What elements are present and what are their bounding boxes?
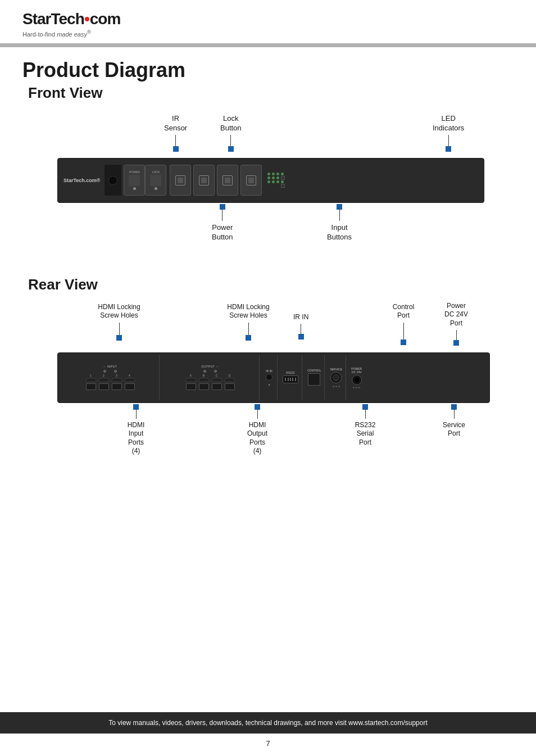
hdmi-output-body-3: [212, 383, 222, 390]
hdmi-output-screw-line: [248, 323, 249, 335]
callout-power-button-bottom: PowerButton: [212, 204, 233, 242]
rs232-pin-3: [290, 378, 291, 381]
page-number: 7: [0, 739, 536, 748]
hdmi-output-body-4: [225, 383, 235, 390]
hdmi-input-screw-2: [114, 370, 117, 373]
ir-in-port-group: ●: [266, 373, 272, 386]
lock-btn-led: [155, 187, 157, 190]
control-port-section: CONTROL: [304, 355, 325, 400]
input-btn-3-inner: [225, 178, 230, 183]
lock-button-indicator: [228, 146, 234, 152]
power-dc-line: [456, 330, 457, 340]
hdmi-output-body-1: [186, 383, 196, 390]
rs232-port: [283, 375, 298, 383]
callout-control-port: ControlPort: [381, 303, 426, 345]
control-port-body: [308, 373, 320, 386]
callout-lock-button: LockButton: [220, 114, 242, 152]
callout-power-dc: PowerDC 24VPort: [434, 302, 479, 346]
power-btn-label: POWER: [129, 170, 140, 174]
rear-view-area: HDMI LockingScrew Holes HDMI LockingScre…: [24, 302, 512, 459]
led-dot-3-3: [276, 180, 279, 183]
input-btn-2-icon: [199, 175, 209, 185]
rear-view-title: Rear View: [22, 276, 514, 293]
front-view-section: Front View IRSensor LockButton LEDIndica…: [22, 84, 514, 259]
hdmi-input-body-1: [86, 383, 96, 390]
front-view-area: IRSensor LockButton LEDIndicators StarTe…: [24, 113, 512, 259]
main-content: Product Diagram Front View IRSensor Lock…: [0, 47, 536, 487]
hdmi-output-lug-1: [185, 378, 197, 382]
rear-view-section: Rear View HDMI LockingScrew Holes HDMI L…: [22, 276, 514, 459]
led-dot-2-1: [272, 173, 275, 175]
hdmi-input-port-1: 1: [85, 374, 97, 390]
led-sq-4-1: [281, 176, 285, 180]
hdmi-output-locking-screws: [203, 370, 217, 373]
ir-in-line: [301, 324, 301, 334]
hdmi-output-lug-4: [224, 378, 235, 382]
power-dc-label-top: PowerDC 24VPort: [444, 302, 468, 328]
hdmi-output-port-2: B: [198, 374, 210, 390]
power-dc-pins: [353, 387, 360, 388]
tagline: Hard-to-find made easy®: [22, 29, 514, 38]
hdmi-input-screw-line: [119, 323, 120, 335]
ir-in-port: [266, 374, 272, 381]
input-btn-1-inner: [178, 178, 183, 183]
rs232-label-bot: RS232SerialPort: [355, 421, 376, 447]
logo-star: StarTech: [22, 10, 84, 28]
hdmi-input-num-1: 1: [90, 374, 92, 377]
lock-btn-label: LOCK: [152, 170, 160, 174]
power-dc-pin-2: [356, 387, 357, 388]
device-front: StarTech.com® POWER LOCK: [57, 158, 484, 203]
callout-input-buttons-bottom: InputButtons: [327, 204, 352, 242]
hdmi-input-screw-indicator: [116, 335, 122, 341]
callout-led-indicators: LEDIndicators: [433, 114, 464, 152]
hdmi-output-ports-indicator: [255, 404, 260, 410]
control-port-indicator: [401, 339, 406, 345]
logo-dot: [85, 17, 89, 21]
service-pin-3: [338, 386, 340, 387]
hdmi-input-num-2: 2: [103, 374, 105, 377]
tagline-sup: ®: [87, 29, 91, 35]
ir-in-indicator: [298, 334, 304, 339]
hdmi-input-screw-label: HDMI LockingScrew Holes: [98, 303, 140, 320]
service-port-body: [330, 372, 342, 383]
power-dc-indicator: [453, 340, 459, 346]
hdmi-input-locking-screws: [103, 370, 117, 373]
hdmi-output-section: OUTPUT → A B: [161, 355, 260, 400]
callout-hdmi-output-screw: HDMI LockingScrew Holes: [209, 303, 288, 341]
hdmi-output-num-2: B: [203, 374, 205, 377]
ir-sensor-circle: [108, 176, 117, 185]
hdmi-input-lug-1: [85, 378, 97, 382]
hdmi-input-ports-line: [136, 410, 137, 419]
hdmi-output-section-label: OUTPUT →: [202, 365, 219, 368]
service-port-inner: [333, 374, 339, 381]
hdmi-input-port-3: 3: [111, 374, 122, 390]
hdmi-input-ports: 1 2 3: [85, 374, 135, 390]
input-btn-4: [240, 165, 262, 196]
control-port-label: ControlPort: [393, 303, 415, 320]
ir-in-label-top: IR IN: [293, 313, 308, 322]
hdmi-output-ports-line: [257, 410, 258, 419]
input-buttons-bottom-label: InputButtons: [327, 223, 352, 242]
control-section-label: CONTROL: [307, 369, 321, 372]
power-dc-section-label: POWERDC 24V: [351, 367, 362, 374]
led-indicators-label: LEDIndicators: [433, 114, 464, 133]
service-pin-1: [333, 386, 334, 387]
led-indicators-line: [448, 135, 449, 146]
ir-sensor-line: [175, 135, 176, 146]
hdmi-output-screw-2: [214, 370, 217, 373]
hdmi-output-body-2: [199, 383, 209, 390]
hdmi-input-section: ← INPUT 1 2: [61, 355, 160, 400]
hdmi-output-port-1: A: [185, 374, 197, 390]
hdmi-output-lug-2: [198, 378, 210, 382]
led-col-1: [267, 173, 270, 188]
hdmi-output-num-3: C: [216, 374, 218, 377]
hdmi-input-lug-3: [111, 378, 122, 382]
power-button-bottom-label: PowerButton: [212, 223, 233, 242]
input-btn-1: [170, 165, 191, 196]
led-col-2: [272, 173, 275, 188]
led-indicators-indicator: [446, 146, 451, 152]
hdmi-input-port-2: 2: [98, 374, 110, 390]
device-rear: ← INPUT 1 2: [57, 352, 490, 403]
ir-sensor-indicator: [173, 146, 179, 152]
led-col-3: [276, 173, 279, 188]
